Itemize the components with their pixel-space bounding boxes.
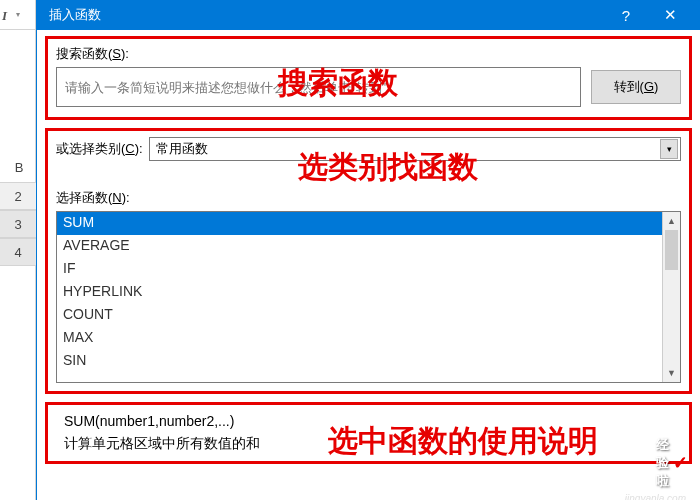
list-item[interactable]: COUNT [57, 304, 662, 327]
label-hotkey: S [112, 46, 121, 61]
close-button[interactable]: ✕ [648, 0, 692, 30]
go-button[interactable]: 转到(G) [591, 70, 681, 104]
label-hotkey: C [125, 141, 134, 156]
check-icon: ✓ [673, 452, 688, 474]
label-hotkey: N [112, 190, 121, 205]
watermark-url: jingyanla.com [625, 493, 686, 500]
dialog-title: 插入函数 [45, 6, 604, 24]
dropdown-arrow-icon[interactable]: ▾ [16, 10, 20, 19]
dialog-titlebar[interactable]: 插入函数 ? ✕ [37, 0, 700, 30]
function-items-container: SUM AVERAGE IF HYPERLINK COUNT MAX SIN [57, 212, 662, 382]
chevron-down-icon[interactable]: ▾ [660, 139, 678, 159]
search-section: 搜索函数(S): 转到(G) 搜索函数 [45, 36, 692, 120]
label-text: ): [135, 141, 143, 156]
function-list-label: 选择函数(N): [56, 189, 681, 207]
excel-toolbar-fragment: I ▾ [0, 0, 36, 30]
italic-icon[interactable]: I [2, 8, 14, 22]
annotation-category: 选类别找函数 [298, 147, 478, 188]
list-item[interactable]: SIN [57, 350, 662, 373]
annotation-search: 搜索函数 [278, 63, 398, 104]
watermark-brand: 经验啦 [656, 436, 669, 490]
category-section: 或选择类别(C): 常用函数 ▾ 选类别找函数 选择函数(N): SUM AVE… [45, 128, 692, 394]
category-label: 或选择类别(C): [56, 140, 143, 158]
excel-row-header-column: I ▾ B 2 3 4 [0, 0, 36, 500]
label-text: ): [122, 190, 130, 205]
list-item[interactable]: AVERAGE [57, 235, 662, 258]
list-item[interactable]: HYPERLINK [57, 281, 662, 304]
row-header[interactable]: 3 [0, 210, 36, 238]
scroll-up-icon[interactable]: ▲ [663, 212, 680, 230]
list-item[interactable]: SUM [57, 212, 662, 235]
help-button[interactable]: ? [604, 0, 648, 30]
dialog-body: 搜索函数(S): 转到(G) 搜索函数 或选择类别(C): 常用函数 ▾ [37, 30, 700, 470]
list-item[interactable]: IF [57, 258, 662, 281]
scroll-down-icon[interactable]: ▼ [663, 364, 680, 382]
label-text: 搜索函数( [56, 46, 112, 61]
search-label: 搜索函数(S): [56, 45, 681, 63]
function-listbox[interactable]: SUM AVERAGE IF HYPERLINK COUNT MAX SIN ▲… [56, 211, 681, 383]
row-header[interactable]: 2 [0, 182, 36, 210]
scroll-thumb[interactable] [665, 230, 678, 270]
btn-hotkey: G [644, 79, 654, 94]
btn-text: 转到( [614, 79, 644, 94]
description-section: SUM(number1,number2,...) 计算单元格区域中所有数值的和 … [45, 402, 692, 464]
label-text: 选择函数( [56, 190, 112, 205]
list-item[interactable]: MAX [57, 327, 662, 350]
label-text: ): [121, 46, 129, 61]
category-selected-value: 常用函数 [156, 140, 208, 158]
insert-function-dialog: 插入函数 ? ✕ 搜索函数(S): 转到(G) 搜索函数 或选择类别(C): [36, 0, 700, 500]
scroll-track[interactable] [663, 230, 680, 364]
row-header[interactable]: 4 [0, 238, 36, 266]
btn-text: ) [654, 79, 658, 94]
annotation-description: 选中函数的使用说明 [328, 421, 598, 462]
column-header-b[interactable]: B [4, 160, 34, 182]
label-text: 或选择类别( [56, 141, 125, 156]
listbox-scrollbar[interactable]: ▲ ▼ [662, 212, 680, 382]
